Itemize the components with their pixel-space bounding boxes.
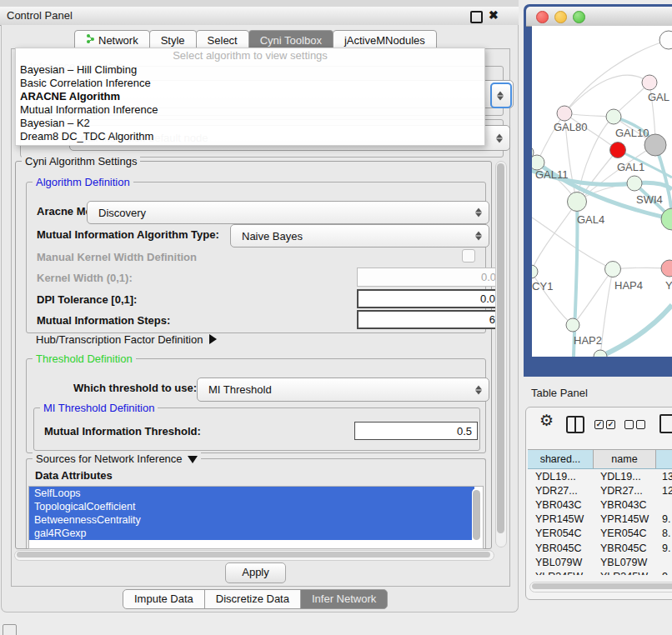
data-attributes-list[interactable]: SelfLoopsTopologicalCoefficientBetweenne…	[28, 486, 484, 549]
mi-threshold-value: 0.5	[457, 425, 472, 438]
network-node[interactable]	[594, 350, 607, 357]
attribute-item-gal4rgexp[interactable]: gal4RGexp	[29, 527, 474, 540]
kernel-width-field[interactable]: 0.0	[357, 268, 502, 287]
dropdown-item-basic-correlation-inference[interactable]: Basic Correlation Inference	[16, 77, 484, 90]
bottom-tab-discretize-data[interactable]: Discretize Data	[204, 589, 301, 609]
network-window[interactable]: GALGAL80GAL10GAL1GAL11SWI4GAL4GCY1HAP4YH…	[524, 4, 672, 377]
dropdown-item-bayesian-k2[interactable]: Bayesian – K2	[16, 117, 484, 130]
network-node[interactable]	[532, 265, 538, 278]
network-node[interactable]	[659, 31, 672, 49]
table-row[interactable]: YBR043CYBR043C	[528, 498, 672, 512]
table-horizontal-scrollbar[interactable]	[529, 582, 672, 592]
node-label-hap4: HAP4	[614, 279, 643, 292]
network-edge[interactable]	[600, 269, 613, 357]
mi-steps-field[interactable]: 6	[357, 310, 502, 329]
attribute-item-selfloops[interactable]: SelfLoops	[29, 487, 474, 500]
columns-icon[interactable]	[566, 416, 584, 433]
node-label-gal10: GAL10	[615, 127, 649, 139]
table-cell: YDL19...	[593, 469, 654, 483]
bottom-tabs: Impute DataDiscretize DataInfer Network	[123, 589, 388, 609]
document-icon[interactable]	[659, 414, 672, 433]
table-cell: YBR045C	[593, 541, 654, 555]
attribute-item-betweennesscentrality[interactable]: BetweennessCentrality	[29, 513, 474, 527]
attributes-list-scrollbar[interactable]	[472, 488, 481, 545]
float-panel-icon[interactable]	[470, 11, 483, 23]
settings-vertical-scrollbar[interactable]	[495, 161, 507, 548]
select-all-checkbox-icon-2[interactable]: ✓	[606, 420, 615, 429]
dpi-tolerance-field[interactable]: 0.0	[357, 289, 502, 308]
aracne-mode-combo[interactable]: Discovery	[87, 201, 489, 224]
network-node[interactable]	[642, 75, 657, 90]
network-edge[interactable]	[573, 269, 613, 325]
column-header-name[interactable]: name	[594, 450, 656, 468]
which-threshold-combo[interactable]: MI Threshold	[197, 378, 489, 402]
dpi-tolerance-label: DPI Tolerance [0,1]:	[37, 293, 137, 306]
table-cell: YER054C	[528, 527, 593, 541]
algorithm-combo-arrow-button[interactable]	[490, 82, 512, 108]
bottom-tab-infer-network[interactable]: Infer Network	[300, 589, 388, 609]
network-node[interactable]	[610, 142, 626, 158]
sources-group-title: Sources for Network Inference	[33, 452, 201, 465]
dropdown-item-dream8-dc-tdc-algorithm[interactable]: Dream8 DC_TDC Algorithm	[16, 130, 484, 143]
table-row[interactable]: YDL19...YDL19...13	[528, 469, 672, 483]
gear-icon[interactable]: ⚙	[539, 411, 554, 430]
network-edge[interactable]	[532, 202, 577, 272]
minimize-window-icon[interactable]	[554, 11, 567, 23]
deselect-all-checkbox-icon-2[interactable]	[636, 420, 645, 429]
deselect-all-checkbox-icon[interactable]	[624, 420, 634, 429]
hub-definition-label: Hub/Transcription Factor Definition	[36, 333, 203, 346]
dropdown-item-aracne-algorithm[interactable]: ARACNE Algorithm	[16, 90, 484, 103]
table-cell: YDL19...	[528, 469, 593, 483]
table-row[interactable]: YLR345WYLR345W9.	[528, 569, 672, 575]
network-canvas-svg: GALGAL80GAL10GAL1GAL11SWI4GAL4GCY1HAP4YH…	[532, 26, 672, 357]
node-label-y: Y	[665, 279, 672, 292]
network-node[interactable]	[605, 262, 621, 278]
select-all-checkbox-icon[interactable]: ✓	[594, 420, 604, 429]
attribute-item-topologicalcoefficient[interactable]: TopologicalCoefficient	[29, 500, 474, 513]
network-node[interactable]	[661, 260, 672, 277]
zoom-window-icon[interactable]	[573, 11, 585, 23]
node-table[interactable]: shared...name YDL19...YDL19...13YDR27...…	[528, 449, 672, 575]
mi-threshold-field[interactable]: 0.5	[354, 422, 478, 440]
table-row[interactable]: YER054CYER054C8.	[528, 527, 672, 541]
settings-horizontal-scrollbar[interactable]	[14, 550, 494, 561]
dropdown-item-mutual-information-inference[interactable]: Mutual Information Inference	[16, 103, 484, 117]
table-row[interactable]: YBR045CYBR045C9.	[528, 541, 672, 555]
table-cell: 8.	[654, 527, 672, 541]
column-header-2[interactable]	[656, 450, 672, 468]
network-edge[interactable]	[600, 305, 672, 357]
table-cell	[654, 498, 672, 512]
mi-type-combo[interactable]: Naive Bayes	[230, 224, 489, 248]
table-row[interactable]: YDR27...YDR27...12	[528, 483, 672, 498]
network-node[interactable]	[568, 192, 587, 212]
close-window-icon[interactable]	[536, 11, 549, 23]
manual-kernel-checkbox[interactable]	[462, 249, 475, 262]
network-icon	[86, 33, 95, 47]
cyni-algorithm-settings-group: Cyni Algorithm Settings Algorithm Defini…	[15, 161, 492, 549]
table-row[interactable]: YBL079WYBL079W	[528, 555, 672, 569]
network-node[interactable]	[557, 106, 572, 121]
hub-definition-expander[interactable]: Hub/Transcription Factor Definition	[36, 333, 217, 346]
mi-type-value: Naive Bayes	[242, 230, 303, 242]
column-header-shared-[interactable]: shared...	[528, 450, 594, 468]
dropdown-list: Bayesian – Hill ClimbingBasic Correlatio…	[16, 63, 484, 143]
table-cell: YPR145W	[593, 512, 654, 527]
network-node[interactable]	[566, 318, 579, 332]
network-canvas[interactable]: GALGAL80GAL10GAL1GAL11SWI4GAL4GCY1HAP4YH…	[532, 26, 672, 357]
dropdown-item-bayesian-hill-climbing[interactable]: Bayesian – Hill Climbing	[16, 63, 484, 77]
bottom-tab-impute-data[interactable]: Impute Data	[123, 589, 205, 609]
node-label-gal80: GAL80	[554, 121, 587, 133]
table-cell: YLR345W	[528, 569, 593, 575]
network-node[interactable]	[627, 176, 642, 191]
control-panel-body: NetworkStyleSelectCyni ToolboxjActiveMNo…	[1, 25, 519, 612]
table-cell: YBL079W	[593, 555, 654, 569]
which-threshold-value: MI Threshold	[208, 383, 272, 396]
aracne-mode-value: Discovery	[98, 207, 146, 219]
cyni-algorithm-settings-title: Cyni Algorithm Settings	[22, 155, 140, 168]
network-window-titlebar[interactable]	[526, 7, 672, 27]
close-panel-icon[interactable]: ✖	[489, 8, 499, 22]
apply-button[interactable]: Apply	[225, 562, 286, 583]
collapsed-panel-icon[interactable]	[3, 624, 17, 635]
table-row[interactable]: YPR145WYPR145W9.	[528, 512, 672, 527]
network-node[interactable]	[606, 109, 621, 124]
